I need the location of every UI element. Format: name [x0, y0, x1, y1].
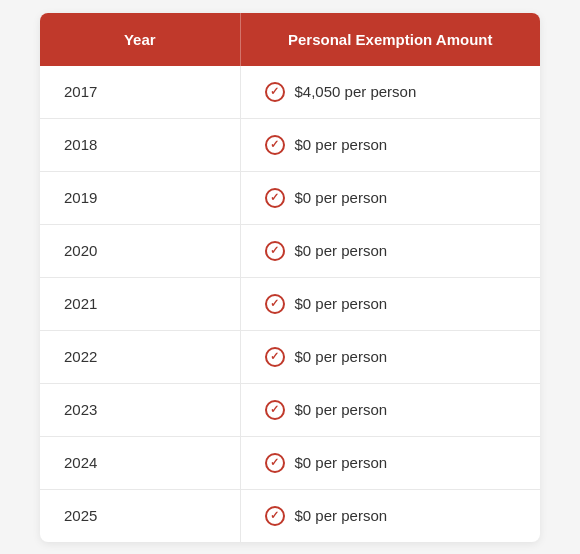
- check-icon: [265, 241, 285, 261]
- year-cell: 2017: [40, 66, 240, 119]
- exemption-column-header: Personal Exemption Amount: [240, 13, 540, 66]
- check-icon: [265, 453, 285, 473]
- amount-text: $0 per person: [295, 189, 388, 206]
- amount-cell: $0 per person: [241, 278, 541, 330]
- amount-text: $0 per person: [295, 242, 388, 259]
- check-icon: [265, 294, 285, 314]
- amount-text: $0 per person: [295, 136, 388, 153]
- amount-cell: $0 per person: [241, 384, 541, 436]
- amount-cell: $0 per person: [241, 225, 541, 277]
- year-column-header: Year: [40, 13, 240, 66]
- amount-text: $0 per person: [295, 295, 388, 312]
- amount-text: $0 per person: [295, 401, 388, 418]
- table-row: 2019$0 per person: [40, 171, 540, 224]
- amount-cell: $0 per person: [241, 437, 541, 489]
- check-icon: [265, 82, 285, 102]
- year-cell: 2023: [40, 383, 240, 436]
- year-cell: 2019: [40, 171, 240, 224]
- year-cell: 2018: [40, 118, 240, 171]
- amount-cell: $0 per person: [241, 490, 541, 542]
- amount-cell: $0 per person: [241, 172, 541, 224]
- table-row: 2021$0 per person: [40, 277, 540, 330]
- year-cell: 2022: [40, 330, 240, 383]
- check-icon: [265, 188, 285, 208]
- table-row: 2020$0 per person: [40, 224, 540, 277]
- amount-cell: $0 per person: [241, 331, 541, 383]
- amount-text: $4,050 per person: [295, 83, 417, 100]
- check-icon: [265, 506, 285, 526]
- check-icon: [265, 135, 285, 155]
- amount-text: $0 per person: [295, 348, 388, 365]
- table-row: 2023$0 per person: [40, 383, 540, 436]
- table-row: 2024$0 per person: [40, 436, 540, 489]
- exemption-table: Year Personal Exemption Amount 2017$4,05…: [40, 13, 540, 542]
- amount-cell: $0 per person: [241, 119, 541, 171]
- table-row: 2022$0 per person: [40, 330, 540, 383]
- check-icon: [265, 347, 285, 367]
- year-cell: 2025: [40, 489, 240, 542]
- table-row: 2018$0 per person: [40, 118, 540, 171]
- table-row: 2017$4,050 per person: [40, 66, 540, 119]
- amount-cell: $4,050 per person: [241, 66, 541, 118]
- table-row: 2025$0 per person: [40, 489, 540, 542]
- amount-text: $0 per person: [295, 454, 388, 471]
- amount-text: $0 per person: [295, 507, 388, 524]
- year-cell: 2024: [40, 436, 240, 489]
- check-icon: [265, 400, 285, 420]
- year-cell: 2021: [40, 277, 240, 330]
- year-cell: 2020: [40, 224, 240, 277]
